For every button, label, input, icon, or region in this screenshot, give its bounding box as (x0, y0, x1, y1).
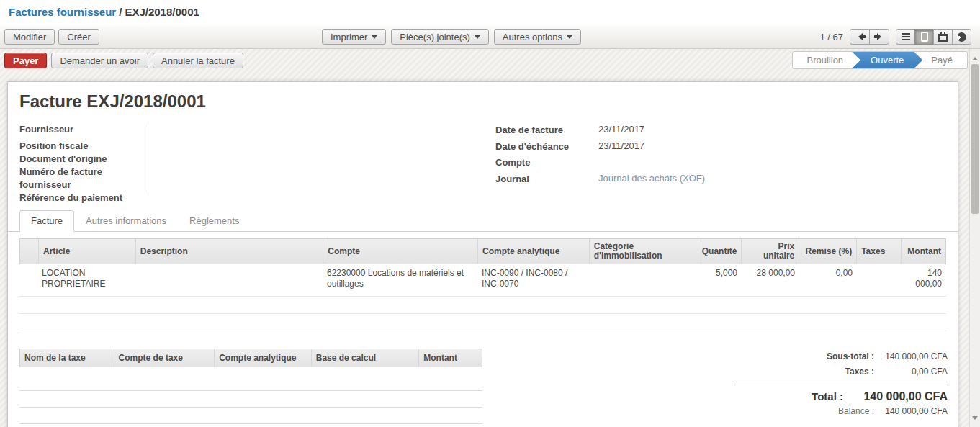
more-options-label: Autres options (503, 32, 562, 42)
more-options-dropdown-button[interactable]: Autres options (494, 29, 581, 45)
column-header-amount: Montant (901, 239, 945, 264)
taxes-label: Taxes : (845, 367, 874, 377)
pay-button[interactable]: Payer (4, 53, 47, 68)
cell-amount: 140 000,00 (902, 264, 946, 296)
invoice-lines-table: Article Description Compte Compte analyt… (19, 238, 946, 331)
column-header-quantity: Quantité (698, 239, 741, 264)
column-header-analytic-account: Compte analytique (477, 239, 589, 264)
notebook-tabs: Facture Autres informations Règlements (8, 212, 958, 232)
scrollbar-thumb[interactable] (971, 64, 979, 214)
cell-discount: 0,00 (799, 264, 857, 296)
invoice-lines-header: Article Description Compte Compte analyt… (19, 238, 946, 264)
cell-unit-price: 28 000,00 (742, 264, 799, 296)
balance-value: 140 000,00 CFA (874, 406, 948, 416)
journal-value-link[interactable]: Journal des achats (XOF) (598, 173, 705, 184)
column-header-tax-account: Compte de taxe (114, 349, 215, 367)
attachments-label: Pièce(s) jointe(s) (400, 32, 470, 42)
total-value: 140 000,00 CFA (843, 390, 948, 403)
chevron-down-icon (567, 35, 572, 42)
print-label: Imprimer (331, 32, 367, 42)
edit-button[interactable]: Modifier (4, 29, 55, 45)
invoice-line-row[interactable]: LOCATION PROPRIETAIRE 62230000 Locations… (19, 264, 946, 297)
cell-analytic-account: INC-0090 / INC-0080 / INC-0070 (477, 264, 589, 296)
scroll-down-icon[interactable] (972, 416, 978, 423)
field-label-invoice-date: Date de facture (495, 124, 598, 137)
calendar-view-button[interactable] (933, 29, 953, 45)
field-label-due-date: Date d'échéance (495, 140, 598, 153)
breadcrumb-current: EXJ/2018/0001 (125, 6, 199, 18)
cell-account: 62230000 Locations de matériels et outil… (323, 264, 477, 296)
field-label-account: Compte (495, 156, 598, 169)
tab-payments[interactable]: Règlements (178, 210, 251, 232)
tab-invoice[interactable]: Facture (19, 210, 74, 232)
cell-handle (19, 264, 37, 296)
list-view-button[interactable] (896, 29, 915, 45)
field-group-right: Date de facture 23/11/2017 Date d'échéan… (495, 124, 812, 189)
field-label-payment-reference: Référence du paiement (19, 192, 148, 204)
print-dropdown-button[interactable]: Imprimer (322, 29, 386, 45)
arrow-right-icon (874, 33, 885, 40)
field-label-supplier: Fournisseur (19, 123, 148, 136)
invoice-date-value: 23/11/2017 (598, 124, 644, 135)
form-view-button[interactable] (914, 29, 934, 45)
totals-separator (737, 385, 948, 385)
balance-label: Balance : (838, 406, 874, 416)
column-header-tax-analytic-account: Compte analytique (214, 349, 311, 367)
empty-line-row (19, 314, 946, 331)
pie-chart-icon (957, 32, 966, 42)
credit-note-button[interactable]: Demander un avoir (51, 53, 148, 68)
subtotal-value: 140 000,00 CFA (874, 351, 948, 361)
field-label-fiscal-position: Position fiscale (19, 140, 148, 153)
empty-line-row (19, 297, 946, 314)
status-step-paid[interactable]: Payé (917, 52, 967, 68)
empty-tax-row (19, 408, 482, 424)
create-button[interactable]: Créer (58, 29, 99, 45)
column-header-asset-category: Catégorie d'immobilisation (589, 239, 698, 264)
cancel-invoice-button[interactable]: Annuler la facture (153, 53, 243, 68)
attachments-dropdown-button[interactable]: Pièce(s) jointe(s) (391, 29, 489, 45)
pager-buttons (850, 29, 889, 45)
empty-tax-row (19, 367, 482, 391)
tab-other-info[interactable]: Autres informations (74, 210, 178, 232)
column-header-article: Article (38, 239, 135, 264)
column-header-tax-amount: Montant (418, 349, 482, 367)
toolbar: Modifier Créer Imprimer Pièce(s) jointe(… (0, 25, 980, 49)
column-header-discount: Remise (%) (799, 239, 856, 264)
edit-button-label: Modifier (13, 32, 46, 42)
tax-table-header: Nom de la taxe Compte de taxe Compte ana… (19, 349, 482, 367)
column-header-description: Description (135, 239, 323, 264)
create-button-label: Créer (67, 32, 91, 42)
cell-quantity: 5,000 (698, 264, 742, 296)
status-step-draft[interactable]: Brouillon (793, 52, 858, 68)
form-icon (921, 32, 928, 42)
pager-previous-button[interactable] (850, 29, 870, 45)
status-widget: Brouillon Ouverte Payé (792, 51, 968, 69)
cancel-invoice-label: Annuler la facture (161, 55, 235, 66)
invoice-form-sheet: Facture EXJ/2018/0001 Fournisseur Positi… (7, 81, 958, 427)
scroll-up-icon[interactable] (972, 54, 978, 60)
pager-next-button[interactable] (869, 29, 889, 45)
empty-tax-row (19, 424, 482, 427)
totals-panel: Sous-total : 140 000,00 CFA Taxes : 0,00… (737, 351, 948, 421)
column-header-account: Compte (323, 239, 477, 264)
field-label-supplier-invoice-number: Numéro de facture fournisseur (19, 166, 148, 192)
field-label-journal: Journal (495, 173, 598, 186)
total-label: Total : (812, 390, 843, 403)
chevron-down-icon (475, 35, 480, 42)
column-header-tax-base: Base de calcul (311, 349, 419, 367)
graph-view-button[interactable] (952, 29, 971, 45)
toolbar-center-group: Imprimer Pièce(s) jointe(s) Autres optio… (322, 29, 581, 45)
pager-counter: 1 / 67 (819, 32, 843, 42)
credit-note-label: Demander un avoir (60, 55, 140, 66)
chevron-down-icon (372, 35, 377, 42)
calendar-icon (938, 34, 948, 42)
cell-article: LOCATION PROPRIETAIRE (37, 264, 135, 296)
status-step-open[interactable]: Ouverte (852, 52, 922, 68)
breadcrumb: Factures fournisseur/EXJ/2018/0001 (9, 6, 199, 18)
cell-taxes (857, 264, 902, 296)
cell-description (135, 264, 323, 296)
view-switcher (896, 29, 971, 45)
field-label-source-document: Document d'origine (19, 153, 148, 166)
vertical-scrollbar (969, 49, 980, 427)
breadcrumb-link-invoices[interactable]: Factures fournisseur (9, 6, 116, 18)
